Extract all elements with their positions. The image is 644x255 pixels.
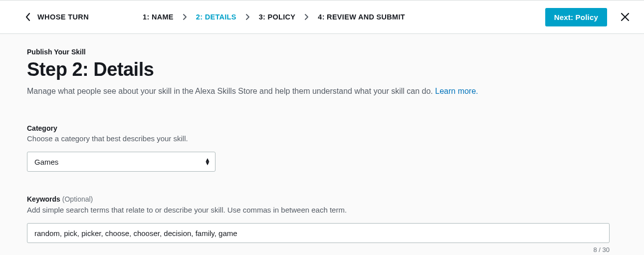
chevron-right-icon [245,13,250,20]
page-title: Step 2: Details [27,59,617,80]
keywords-input[interactable] [27,223,610,243]
learn-more-link[interactable]: Learn more. [435,87,478,95]
category-select-wrap: ▲▼ [27,152,215,172]
page-subtitle: Manage what people see about your skill … [27,85,617,97]
category-field: Category Choose a category that best des… [27,124,617,172]
wizard-step-policy[interactable]: 3: POLICY [259,13,296,21]
close-icon[interactable] [620,12,630,22]
chevron-right-icon [183,13,187,20]
keywords-counter: 8 / 30 [27,246,610,254]
category-label: Category [27,124,617,132]
category-select[interactable] [27,152,215,172]
keywords-label-row: Keywords (Optional) [27,195,617,204]
main-content: Publish Your Skill Step 2: Details Manag… [0,34,644,255]
wizard-step-name[interactable]: 1: NAME [143,13,174,21]
keywords-label: Keywords [27,195,60,203]
back-label: WHOSE TURN [37,13,89,21]
subtitle-text: Manage what people see about your skill … [27,87,435,95]
back-link[interactable]: WHOSE TURN [25,12,89,21]
keywords-field: Keywords (Optional) Add simple search te… [27,195,617,254]
wizard-breadcrumb: 1: NAME 2: DETAILS 3: POLICY 4: REVIEW A… [143,13,405,21]
chevron-right-icon [304,13,309,20]
top-bar: WHOSE TURN 1: NAME 2: DETAILS 3: POLICY … [0,0,644,34]
keywords-hint: Add simple search terms that relate to o… [27,206,617,214]
chevron-left-icon [25,12,30,21]
wizard-step-details[interactable]: 2: DETAILS [196,13,236,21]
wizard-step-review[interactable]: 4: REVIEW AND SUBMIT [318,13,405,21]
page-eyebrow: Publish Your Skill [27,48,617,56]
category-hint: Choose a category that best describes yo… [27,134,617,143]
keywords-optional: (Optional) [60,195,93,203]
next-button[interactable]: Next: Policy [545,8,607,26]
